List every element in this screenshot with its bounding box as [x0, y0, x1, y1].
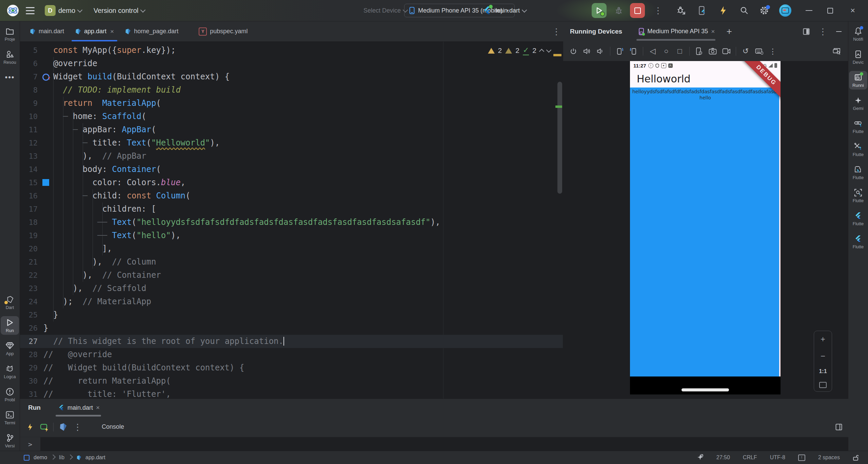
- record-screen-button[interactable]: [719, 44, 733, 58]
- search-everywhere-button[interactable]: [740, 0, 749, 21]
- sidebar-item-flutter-packages[interactable]: Flutte: [849, 163, 867, 182]
- code-line-23[interactable]: 23 ), // Scaffold: [20, 282, 563, 295]
- sidebar-item-flutter-inspector[interactable]: Flutte: [849, 186, 867, 205]
- code-line-27[interactable]: 27 // This widget is the root of your ap…: [20, 335, 563, 348]
- sidebar-item-run[interactable]: Run: [1, 316, 19, 335]
- prev-problem-icon[interactable]: [539, 49, 545, 54]
- line-number[interactable]: 14: [20, 163, 38, 176]
- line-number[interactable]: 13: [20, 150, 38, 163]
- sidebar-item-app-quality-insights[interactable]: App: [1, 339, 19, 358]
- android-overview-button[interactable]: □: [673, 44, 687, 58]
- panel-options-menu[interactable]: ⋮: [818, 26, 827, 37]
- sidebar-item-running-devices[interactable]: Runni: [849, 71, 867, 90]
- scroll-warning-mark[interactable]: [553, 54, 561, 56]
- select-device-dropdown[interactable]: Select Device: [363, 0, 407, 21]
- sidebar-item-dart-analysis[interactable]: Dart: [1, 293, 19, 312]
- line-number[interactable]: 8: [20, 83, 38, 97]
- attach-debugger-button[interactable]: [676, 0, 686, 21]
- code-line-10[interactable]: 10 ─ home: Scaffold(: [20, 110, 563, 123]
- sidebar-item-logcat[interactable]: Logca: [1, 362, 19, 381]
- volume-down-button[interactable]: [594, 44, 607, 58]
- add-device-button[interactable]: +: [726, 26, 732, 37]
- code-line-26[interactable]: 26}: [20, 322, 563, 335]
- code-line-7[interactable]: 7↑ Widget build(BuildContext context) {: [20, 70, 563, 83]
- close-run-tab-icon[interactable]: ×: [96, 404, 100, 411]
- zoom-reset-button[interactable]: 1:1: [819, 368, 827, 374]
- ai-assist-icon[interactable]: [697, 454, 704, 461]
- panel-layout-button[interactable]: [835, 424, 842, 430]
- console-tab[interactable]: Console: [102, 423, 124, 430]
- sidebar-item-resource-manager[interactable]: Resou: [1, 48, 19, 66]
- code-line-5[interactable]: 5 const MyApp({super.key});: [20, 44, 563, 57]
- emulator-more-menu[interactable]: ⋮: [766, 44, 780, 58]
- line-number[interactable]: 30: [20, 374, 38, 388]
- line-number[interactable]: 20: [20, 242, 38, 255]
- debug-button[interactable]: [614, 0, 623, 21]
- line-number[interactable]: 6: [20, 57, 38, 70]
- sidebar-item-flutter-performance[interactable]: Flutte: [849, 209, 867, 228]
- flutter-attach-button[interactable]: [698, 0, 707, 21]
- emulator-screen[interactable]: 11:27 i ♥ A 3G Helloworld helloyydsfsdfa…: [630, 61, 781, 394]
- hide-panel-icon[interactable]: [836, 31, 842, 32]
- sidebar-item-device-manager[interactable]: Devic: [849, 48, 867, 66]
- sidebar-item-more-tools[interactable]: •••: [1, 71, 19, 83]
- code-line-22[interactable]: 22 ), // Container: [20, 269, 563, 282]
- android-back-button[interactable]: ◁: [646, 44, 659, 58]
- line-number[interactable]: 11: [20, 123, 38, 136]
- sidebar-item-gemini[interactable]: Gemi: [849, 94, 867, 113]
- window-minimize-button[interactable]: [806, 0, 812, 21]
- breadcrumb[interactable]: demo lib app.dart: [24, 455, 105, 461]
- code-line-19[interactable]: 19 ── Text("hello"),: [20, 229, 563, 242]
- window-maximize-button[interactable]: [827, 0, 833, 21]
- line-number[interactable]: 25: [20, 308, 38, 322]
- code-line-17[interactable]: 17 children: [: [20, 202, 563, 216]
- sidebar-item-flutter-tools[interactable]: Flutte: [849, 140, 867, 159]
- settings-button[interactable]: [760, 0, 769, 21]
- caret-position[interactable]: 27:50: [716, 455, 730, 461]
- tab-pubspec-yaml[interactable]: Y pubspec.yaml: [193, 21, 253, 41]
- breadcrumb-project[interactable]: demo: [34, 455, 47, 461]
- dart-devtools-button[interactable]: [59, 423, 67, 431]
- code-line-24[interactable]: 24 ); // MaterialApp: [20, 295, 563, 308]
- zoom-out-button[interactable]: −: [821, 351, 825, 361]
- code-line-18[interactable]: 18 ── Text("helloyydsfsdfafsdfdfadsfadsf…: [20, 216, 563, 229]
- line-number[interactable]: 17: [20, 202, 38, 216]
- sidebar-item-flutter-connect[interactable]: Flutte: [849, 117, 867, 136]
- reset-view-button[interactable]: ↺: [739, 44, 752, 58]
- line-number[interactable]: 31: [20, 388, 38, 399]
- split-view-icon[interactable]: [803, 28, 810, 35]
- code-line-20[interactable]: 20 ],: [20, 242, 563, 255]
- run-more-menu[interactable]: ⋮: [73, 422, 82, 432]
- code-line-14[interactable]: 14 body: Container(: [20, 163, 563, 176]
- device-settings-button[interactable]: [692, 44, 706, 58]
- tab-app-dart[interactable]: app.dart ×: [70, 21, 119, 41]
- volume-up-button[interactable]: [580, 44, 594, 58]
- code-editor[interactable]: 5 const MyApp({super.key});6 @override7↑…: [20, 42, 563, 399]
- indent-setting[interactable]: 2 spaces: [818, 455, 840, 461]
- code-line-12[interactable]: 12 ─ title: Text("Helloworld"),: [20, 136, 563, 150]
- breadcrumb-file[interactable]: app.dart: [85, 455, 105, 461]
- code-line-8[interactable]: 8 // TODO: implement build: [20, 83, 563, 97]
- file-encoding[interactable]: UTF-8: [770, 455, 785, 461]
- inspections-widget[interactable]: 2 2 ✓2: [488, 46, 551, 55]
- close-device-tab-icon[interactable]: ×: [711, 28, 715, 35]
- project-widget[interactable]: D demo: [45, 0, 82, 21]
- line-number[interactable]: 12: [20, 136, 38, 150]
- window-close-button[interactable]: ×: [850, 0, 855, 21]
- run-button[interactable]: [592, 3, 607, 18]
- code-line-31[interactable]: 31// title: 'Flutter',: [20, 388, 563, 399]
- line-number[interactable]: 23: [20, 282, 38, 295]
- line-number[interactable]: 27: [20, 335, 38, 348]
- line-number[interactable]: 28: [20, 348, 38, 361]
- code-line-6[interactable]: 6 @override: [20, 57, 563, 70]
- hot-restart-button[interactable]: [40, 423, 48, 431]
- run-config-widget[interactable]: main.dart: [483, 0, 526, 21]
- line-number[interactable]: 15: [20, 176, 38, 189]
- editor-tabs-menu[interactable]: ⋮: [552, 21, 561, 41]
- tab-home-page-dart[interactable]: home_page.dart: [119, 21, 184, 41]
- code-line-30[interactable]: 30// return MaterialApp(: [20, 374, 563, 388]
- line-number[interactable]: 16: [20, 189, 38, 202]
- zoom-in-button[interactable]: +: [821, 334, 825, 344]
- line-number[interactable]: 7: [20, 70, 38, 83]
- android-home-button[interactable]: ○: [659, 44, 673, 58]
